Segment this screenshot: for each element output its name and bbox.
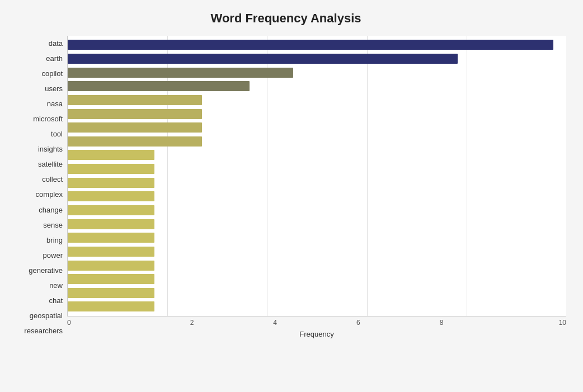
bar bbox=[68, 54, 458, 64]
bar bbox=[68, 178, 154, 188]
x-axis-label: Frequency bbox=[67, 330, 566, 338]
y-label: microsoft bbox=[33, 112, 63, 126]
bar bbox=[68, 247, 154, 257]
bar-row bbox=[68, 80, 566, 92]
y-label: users bbox=[45, 82, 63, 96]
chart-title: Word Frequency Analysis bbox=[6, 11, 566, 26]
bar bbox=[68, 68, 293, 78]
bar-row bbox=[68, 232, 566, 244]
chart-area: dataearthcopilotusersnasamicrosofttoolin… bbox=[6, 36, 566, 338]
bars-area bbox=[67, 36, 566, 317]
bar bbox=[68, 109, 202, 119]
bar bbox=[68, 274, 154, 284]
bar bbox=[68, 288, 154, 298]
y-label: geospatial bbox=[30, 308, 63, 323]
bar-row bbox=[68, 300, 566, 313]
y-label: chat bbox=[49, 293, 63, 308]
x-axis: 0246810 bbox=[67, 317, 566, 327]
y-label: data bbox=[49, 36, 63, 51]
y-label: tool bbox=[51, 127, 63, 141]
y-label: power bbox=[43, 248, 63, 262]
bar-row bbox=[68, 67, 566, 79]
bar-row bbox=[68, 204, 566, 216]
bar-row bbox=[68, 190, 566, 202]
y-label: satellite bbox=[38, 157, 63, 172]
bar bbox=[68, 122, 202, 133]
y-label: collect bbox=[42, 172, 63, 187]
y-label: complex bbox=[36, 187, 63, 202]
bar-row bbox=[68, 163, 566, 175]
bar-row bbox=[68, 287, 566, 299]
bar-row bbox=[68, 259, 566, 272]
y-label: insights bbox=[38, 142, 63, 157]
bar bbox=[68, 219, 154, 229]
x-tick: 10 bbox=[483, 319, 566, 327]
y-label: new bbox=[49, 278, 63, 292]
bar bbox=[68, 233, 154, 243]
bar-row bbox=[68, 177, 566, 189]
x-tick: 0 bbox=[67, 319, 151, 327]
x-tick: 2 bbox=[151, 319, 234, 327]
bar bbox=[68, 205, 154, 215]
y-label: earth bbox=[46, 51, 63, 66]
bar-row bbox=[68, 94, 566, 106]
bar-row bbox=[68, 273, 566, 285]
bar-row bbox=[68, 149, 566, 161]
y-label: researchers bbox=[24, 323, 63, 338]
y-label: sense bbox=[43, 218, 63, 232]
bar bbox=[68, 261, 154, 271]
bar bbox=[68, 40, 553, 50]
y-label: nasa bbox=[47, 97, 63, 111]
bar-row bbox=[68, 218, 566, 230]
x-tick: 6 bbox=[317, 319, 400, 327]
chart-container: Word Frequency Analysis dataearthcopilot… bbox=[0, 0, 583, 392]
y-label: change bbox=[39, 202, 63, 217]
y-label: generative bbox=[29, 263, 63, 277]
bar bbox=[68, 191, 154, 201]
x-tick: 4 bbox=[233, 319, 317, 327]
bar bbox=[68, 95, 202, 105]
y-label: bring bbox=[46, 233, 63, 247]
bar bbox=[68, 81, 250, 91]
y-label: copilot bbox=[41, 67, 63, 81]
bar-row bbox=[68, 135, 566, 148]
bar bbox=[68, 164, 154, 174]
bar-row bbox=[68, 39, 566, 51]
bar bbox=[68, 136, 202, 147]
bar bbox=[68, 301, 154, 311]
bar-row bbox=[68, 245, 566, 258]
bar-row bbox=[68, 108, 566, 120]
bar-row bbox=[68, 53, 566, 65]
bars-and-xaxis: 0246810 Frequency bbox=[67, 36, 566, 338]
y-axis: dataearthcopilotusersnasamicrosofttoolin… bbox=[6, 36, 67, 338]
bar bbox=[68, 150, 154, 160]
bar-row bbox=[68, 121, 566, 134]
bars-inner bbox=[68, 36, 566, 316]
x-tick: 8 bbox=[400, 319, 483, 327]
